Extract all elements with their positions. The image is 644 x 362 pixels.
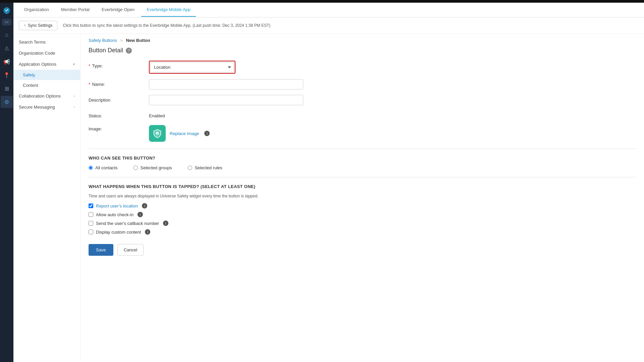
name-control-wrap [149, 79, 317, 89]
sidebar-item-application-options[interactable]: Application Options ▾ [13, 59, 80, 70]
sync-icon: ↑ [24, 23, 26, 28]
breadcrumb-current: New Button [126, 38, 150, 43]
nav-settings-icon[interactable]: ⚙ [1, 96, 13, 108]
report-location-info-icon[interactable]: i [142, 203, 147, 208]
name-field-row: * Name: [89, 79, 636, 89]
status-label: Status: [89, 111, 149, 118]
auto-checkin-info-icon[interactable]: i [138, 212, 143, 217]
description-label: Description [89, 95, 149, 103]
status-field-row: Status: Enabled [89, 111, 636, 118]
breadcrumb-separator: > [120, 38, 123, 43]
chevron-right-icon: › [74, 94, 75, 98]
what-happens-heading: WHAT HAPPENS WHEN THIS BUTTON IS TAPPED?… [89, 184, 636, 189]
breadcrumb: Safety Buttons > New Button [80, 34, 644, 47]
radio-selected-groups-input[interactable] [133, 166, 138, 170]
what-happens-subtext: Time and users are always displayed in U… [89, 194, 636, 198]
radio-selected-rules[interactable]: Selected rules [188, 165, 222, 170]
divider-2 [89, 177, 636, 177]
type-select[interactable]: Location Notify Check-In Custom [150, 62, 234, 72]
sync-info-text: Click this button to sync the latest set… [63, 23, 270, 28]
collapse-button[interactable]: >> [2, 19, 11, 25]
who-can-see-heading: WHO CAN SEE THIS BUTTON? [89, 156, 636, 161]
tab-everbridge-open[interactable]: Everbridge Open [96, 3, 140, 17]
nav-location-icon[interactable]: 📍 [1, 69, 13, 81]
radio-all-contacts[interactable]: All contacts [89, 165, 117, 170]
sidebar-navigation: >> ⌂ ⚠ 📢 📍 ⊞ ⚙ [0, 3, 13, 362]
sync-button-label: Sync Settings [28, 23, 52, 28]
custom-content-info-icon[interactable]: i [145, 229, 150, 235]
image-wrap: + Replace Image i [149, 124, 210, 142]
name-input[interactable] [149, 79, 303, 89]
nav-home-icon[interactable]: ⌂ [1, 29, 13, 41]
shield-preview-icon: + [149, 125, 166, 142]
description-input[interactable] [149, 95, 303, 105]
who-can-see-section: WHO CAN SEE THIS BUTTON? All contacts Se… [89, 156, 636, 170]
sidebar-item-secure-messaging[interactable]: Secure Messaging › [13, 102, 80, 113]
sync-bar: ↑ Sync Settings Click this button to syn… [13, 17, 644, 34]
nav-alerts-icon[interactable]: ⚠ [1, 42, 13, 54]
checkbox-group-actions: Report user's location i Allow auto chec… [89, 203, 636, 235]
type-field-row: * Type: Location Notify Check-In Custom [89, 61, 636, 74]
checkbox-send-callback-input[interactable] [89, 221, 93, 226]
nav-grid-icon[interactable]: ⊞ [1, 82, 13, 95]
radio-group-visibility: All contacts Selected groups Selected ru… [89, 165, 636, 170]
sidebar-item-organization-code[interactable]: Organization Code [13, 48, 80, 59]
tab-organization[interactable]: Organization [19, 3, 54, 17]
checkbox-display-custom-input[interactable] [89, 230, 93, 234]
status-value: Enabled [149, 111, 165, 118]
image-label: Image: [89, 124, 149, 131]
chevron-right-icon-2: › [74, 105, 75, 109]
chevron-down-icon: ▾ [73, 62, 75, 66]
type-select-highlight: Location Notify Check-In Custom [149, 61, 235, 74]
left-menu: Search Terms Organization Code Applicati… [13, 34, 80, 362]
form-section: Button Detail ? * Type: Location Notify [80, 47, 644, 264]
sync-settings-button[interactable]: ↑ Sync Settings [19, 21, 57, 30]
body-area: Search Terms Organization Code Applicati… [13, 34, 644, 362]
sidebar-item-collaboration-options[interactable]: Collaboration Options › [13, 90, 80, 102]
save-button[interactable]: Save [89, 244, 113, 256]
checkbox-send-callback[interactable]: Send the user's callback number i [89, 221, 636, 226]
radio-all-contacts-input[interactable] [89, 166, 93, 170]
app-logo [1, 5, 12, 16]
cancel-button[interactable]: Cancel [117, 244, 144, 256]
checkbox-auto-checkin[interactable]: Allow auto check-in i [89, 212, 636, 217]
description-field-row: Description [89, 95, 636, 105]
breadcrumb-parent[interactable]: Safety Buttons [89, 38, 117, 43]
type-label: * Type: [89, 61, 149, 68]
tab-member-portal[interactable]: Member Portal [56, 3, 95, 17]
name-label: * Name: [89, 79, 149, 87]
nav-broadcast-icon[interactable]: 📢 [1, 56, 13, 68]
form-actions: Save Cancel [89, 244, 636, 256]
svg-text:+: + [156, 131, 159, 136]
form-title: Button Detail ? [89, 47, 636, 54]
checkbox-display-custom[interactable]: Display custom content i [89, 229, 636, 235]
what-happens-section: WHAT HAPPENS WHEN THIS BUTTON IS TAPPED?… [89, 184, 636, 235]
radio-selected-rules-input[interactable] [188, 166, 192, 170]
sidebar-item-search-terms[interactable]: Search Terms [13, 37, 80, 48]
sidebar-item-safety[interactable]: Safety [13, 70, 80, 80]
replace-image-link[interactable]: Replace Image [170, 131, 199, 136]
radio-selected-groups[interactable]: Selected groups [133, 165, 172, 170]
button-detail-help-icon[interactable]: ? [126, 48, 132, 54]
image-field-row: Image: + Replace Image i [89, 124, 636, 142]
checkbox-auto-checkin-input[interactable] [89, 212, 93, 217]
content-area: Safety Buttons > New Button Button Detai… [80, 34, 644, 362]
description-control-wrap [149, 95, 317, 105]
callback-info-icon[interactable]: i [163, 221, 168, 226]
image-info-icon[interactable]: i [204, 131, 210, 136]
checkbox-report-location-input[interactable] [89, 203, 93, 208]
sidebar-item-content[interactable]: Content [13, 80, 80, 90]
top-bar [0, 0, 644, 3]
tab-everbridge-mobile-app[interactable]: Everbridge Mobile App [141, 3, 196, 17]
tab-bar: Organization Member Portal Everbridge Op… [13, 3, 644, 17]
type-control-wrap: Location Notify Check-In Custom [149, 61, 317, 74]
checkbox-report-location[interactable]: Report user's location i [89, 203, 636, 208]
divider-1 [89, 148, 636, 149]
